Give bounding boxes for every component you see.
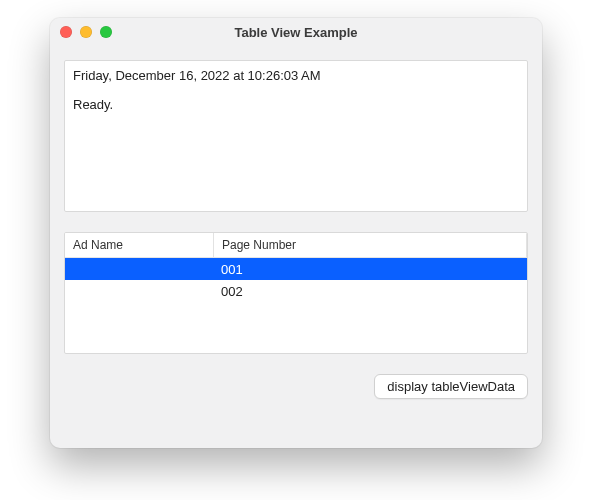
zoom-icon[interactable] bbox=[100, 26, 112, 38]
titlebar[interactable]: Table View Example bbox=[50, 18, 542, 46]
table-body: 001 002 bbox=[65, 258, 527, 302]
button-row: display tableViewData bbox=[64, 374, 528, 399]
minimize-icon[interactable] bbox=[80, 26, 92, 38]
window-controls bbox=[60, 26, 112, 38]
cell-page-number: 001 bbox=[213, 262, 527, 277]
column-header-page-number[interactable]: Page Number bbox=[214, 233, 527, 257]
log-textview[interactable]: Friday, December 16, 2022 at 10:26:03 AM… bbox=[64, 60, 528, 212]
table-header: Ad Name Page Number bbox=[65, 233, 527, 258]
window-content: Friday, December 16, 2022 at 10:26:03 AM… bbox=[50, 46, 542, 413]
close-icon[interactable] bbox=[60, 26, 72, 38]
log-timestamp: Friday, December 16, 2022 at 10:26:03 AM bbox=[73, 67, 519, 86]
display-tableviewdata-button[interactable]: display tableViewData bbox=[374, 374, 528, 399]
column-header-ad-name[interactable]: Ad Name bbox=[65, 233, 214, 257]
cell-page-number: 002 bbox=[213, 284, 527, 299]
table-row[interactable]: 002 bbox=[65, 280, 527, 302]
window-title: Table View Example bbox=[50, 25, 542, 40]
table-view[interactable]: Ad Name Page Number 001 002 bbox=[64, 232, 528, 354]
log-status: Ready. bbox=[73, 96, 519, 115]
table-row[interactable]: 001 bbox=[65, 258, 527, 280]
app-window: Table View Example Friday, December 16, … bbox=[50, 18, 542, 448]
